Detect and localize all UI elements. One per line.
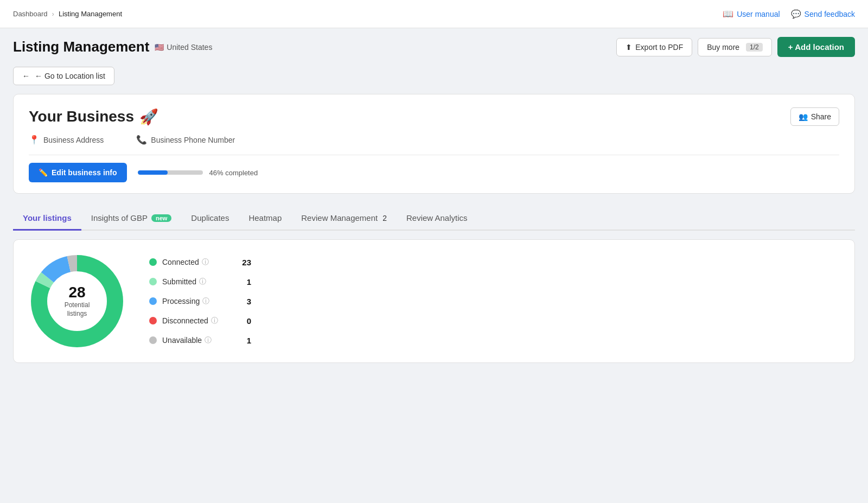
card-divider bbox=[29, 155, 839, 155]
legend-item-disconnected: Disconnected ⓘ0 bbox=[149, 316, 251, 326]
add-location-button[interactable]: + Add location bbox=[777, 37, 855, 57]
listings-card: 28 Potential listings Connected ⓘ23Submi… bbox=[13, 239, 855, 363]
legend-label-connected: Connected ⓘ bbox=[162, 257, 233, 267]
user-manual-label: User manual bbox=[737, 10, 780, 18]
tab-label-duplicates: Duplicates bbox=[191, 213, 229, 222]
legend-count-submitted: 1 bbox=[238, 277, 251, 286]
export-icon: ⬆ bbox=[626, 43, 632, 52]
edit-icon: ✏️ bbox=[39, 168, 48, 177]
legend-label-processing: Processing ⓘ bbox=[162, 296, 233, 306]
tab-label-review-analytics: Review Analytics bbox=[406, 213, 468, 222]
legend-item-unavailable: Unavailable ⓘ1 bbox=[149, 335, 251, 345]
tab-count-review-management: 2 bbox=[382, 214, 387, 222]
tab-review-management[interactable]: Review Management2 bbox=[291, 207, 397, 231]
legend-info-processing: ⓘ bbox=[202, 296, 209, 306]
feedback-icon: 💬 bbox=[791, 9, 801, 19]
tab-heatmap[interactable]: Heatmap bbox=[239, 207, 291, 231]
buy-more-badge: 1/2 bbox=[746, 43, 763, 52]
breadcrumb-sep: › bbox=[52, 10, 54, 18]
buy-more-button[interactable]: Buy more 1/2 bbox=[698, 38, 772, 56]
edit-business-info-button[interactable]: ✏️ Edit business info bbox=[29, 163, 127, 182]
legend-count-unavailable: 1 bbox=[238, 336, 251, 345]
tab-insights[interactable]: Insights of GBPnew bbox=[81, 207, 182, 231]
legend-dot-unavailable bbox=[149, 336, 157, 344]
tab-label-review-management: Review Management bbox=[301, 213, 378, 222]
business-card-header: Your Business 🚀 👥 Share bbox=[29, 107, 839, 126]
top-bar-actions: 📖 User manual 💬 Send feedback bbox=[723, 9, 855, 19]
progress-container: 46% completed bbox=[138, 169, 258, 177]
tab-your-listings[interactable]: Your listings bbox=[13, 207, 81, 231]
page-title-row: Listing Management 🇺🇸 United States bbox=[13, 39, 212, 55]
header-buttons: ⬆ Export to PDF Buy more 1/2 + Add locat… bbox=[616, 37, 855, 57]
legend-label-submitted: Submitted ⓘ bbox=[162, 277, 233, 286]
progress-bar-bg bbox=[138, 170, 203, 175]
business-card: Your Business 🚀 👥 Share 📍 Business Addre… bbox=[13, 94, 855, 194]
business-phone-item: 📞 Business Phone Number bbox=[136, 135, 235, 145]
legend-count-processing: 3 bbox=[238, 297, 251, 306]
donut-chart: 28 Potential listings bbox=[31, 255, 123, 347]
tab-label-heatmap: Heatmap bbox=[248, 213, 282, 222]
legend-dot-connected bbox=[149, 258, 157, 266]
legend-info-connected: ⓘ bbox=[202, 257, 209, 267]
tab-duplicates[interactable]: Duplicates bbox=[181, 207, 239, 231]
legend-info-submitted: ⓘ bbox=[199, 277, 206, 286]
tabs: Your listingsInsights of GBPnewDuplicate… bbox=[13, 207, 855, 231]
tab-review-analytics[interactable]: Review Analytics bbox=[397, 207, 477, 231]
breadcrumb-current: Listing Management bbox=[59, 10, 122, 18]
legend-count-connected: 23 bbox=[238, 258, 251, 267]
send-feedback-link[interactable]: 💬 Send feedback bbox=[791, 9, 855, 19]
business-phone: Business Phone Number bbox=[151, 136, 235, 144]
tab-badge-insights: new bbox=[151, 214, 171, 222]
user-manual-link[interactable]: 📖 User manual bbox=[723, 9, 780, 19]
country-badge: 🇺🇸 United States bbox=[155, 43, 212, 52]
back-label: ← Go to Location list bbox=[35, 72, 105, 80]
legend-dot-processing bbox=[149, 297, 157, 305]
phone-icon: 📞 bbox=[136, 135, 147, 145]
share-label: Share bbox=[811, 112, 831, 121]
legend-item-connected: Connected ⓘ23 bbox=[149, 257, 251, 267]
tab-label-insights: Insights of GBP bbox=[91, 213, 148, 222]
business-name: Your Business 🚀 bbox=[29, 108, 158, 126]
export-label: Export to PDF bbox=[635, 43, 683, 52]
legend-dot-disconnected bbox=[149, 317, 157, 324]
business-info: 📍 Business Address 📞 Business Phone Numb… bbox=[29, 135, 839, 145]
legend-item-submitted: Submitted ⓘ1 bbox=[149, 277, 251, 286]
location-icon: 📍 bbox=[29, 135, 40, 145]
legend-item-processing: Processing ⓘ3 bbox=[149, 296, 251, 306]
page-title: Listing Management bbox=[13, 39, 149, 55]
edit-label: Edit business info bbox=[52, 168, 117, 177]
main-content: Your Business 🚀 👥 Share 📍 Business Addre… bbox=[0, 94, 868, 363]
page-header: Listing Management 🇺🇸 United States ⬆ Ex… bbox=[0, 28, 868, 62]
business-emoji: 🚀 bbox=[139, 108, 158, 126]
country-name: United States bbox=[167, 43, 212, 52]
edit-row: ✏️ Edit business info 46% completed bbox=[29, 163, 839, 182]
back-arrow-icon: ← bbox=[22, 72, 30, 80]
breadcrumb: Dashboard › Listing Management bbox=[13, 10, 122, 18]
progress-bar-fill bbox=[138, 170, 168, 175]
book-icon: 📖 bbox=[723, 9, 733, 19]
progress-text: 46% completed bbox=[209, 169, 258, 177]
export-pdf-button[interactable]: ⬆ Export to PDF bbox=[616, 38, 692, 56]
share-icon: 👥 bbox=[799, 112, 808, 121]
country-flag: 🇺🇸 bbox=[155, 43, 164, 52]
business-name-text: Your Business bbox=[29, 108, 134, 125]
legend-count-disconnected: 0 bbox=[238, 316, 251, 326]
send-feedback-label: Send feedback bbox=[805, 10, 855, 18]
legend-label-unavailable: Unavailable ⓘ bbox=[162, 335, 233, 345]
back-to-location-list-button[interactable]: ← ← Go to Location list bbox=[13, 67, 114, 85]
legend-label-disconnected: Disconnected ⓘ bbox=[162, 316, 233, 326]
buy-more-label: Buy more bbox=[707, 43, 744, 52]
breadcrumb-home[interactable]: Dashboard bbox=[13, 10, 48, 18]
business-address-item: 📍 Business Address bbox=[29, 135, 104, 145]
business-address: Business Address bbox=[43, 136, 104, 144]
donut-svg bbox=[31, 255, 123, 347]
add-location-label: + Add location bbox=[788, 42, 844, 52]
legend-dot-submitted bbox=[149, 278, 157, 285]
legend-info-unavailable: ⓘ bbox=[205, 335, 212, 345]
legend-info-disconnected: ⓘ bbox=[211, 316, 218, 326]
legend: Connected ⓘ23Submitted ⓘ1Processing ⓘ3Di… bbox=[149, 257, 251, 345]
share-button[interactable]: 👥 Share bbox=[790, 107, 839, 126]
top-bar: Dashboard › Listing Management 📖 User ma… bbox=[0, 0, 868, 28]
tab-label-your-listings: Your listings bbox=[23, 213, 72, 222]
